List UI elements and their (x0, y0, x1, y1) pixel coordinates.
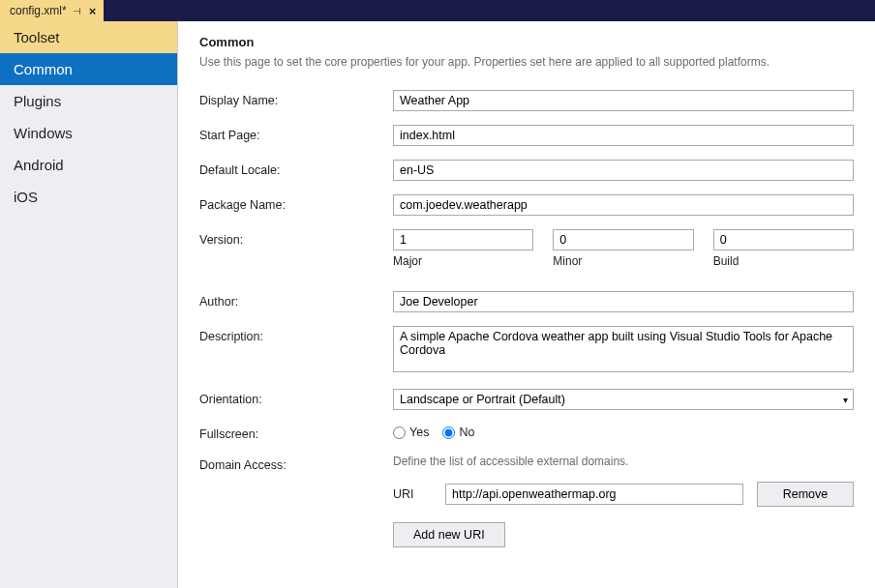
version-major-input[interactable] (393, 229, 533, 250)
defaultlocale-label: Default Locale: (199, 160, 393, 177)
author-label: Author: (199, 291, 393, 309)
fullscreen-label: Fullscreen: (199, 424, 393, 441)
uri-input[interactable] (445, 484, 743, 505)
version-label: Version: (199, 229, 393, 247)
startpage-label: Start Page: (199, 125, 393, 142)
description-label: Description: (199, 326, 393, 343)
version-minor-input[interactable] (553, 229, 693, 250)
fullscreen-no-radio[interactable]: No (442, 426, 474, 439)
author-input[interactable] (393, 291, 854, 312)
domain-hint: Define the list of accessible external d… (393, 455, 854, 468)
orientation-select[interactable]: Landscape or Portrait (Default) (393, 389, 854, 410)
page-description: Use this page to set the core properties… (199, 55, 854, 69)
sidebar-item-common[interactable]: Common (0, 53, 177, 85)
domainaccess-label: Domain Access: (199, 455, 393, 472)
title-bar: config.xml* ⊣ × (0, 0, 875, 21)
sidebar-item-plugins[interactable]: Plugins (0, 85, 177, 117)
defaultlocale-input[interactable] (393, 160, 854, 181)
startpage-input[interactable] (393, 125, 854, 146)
sidebar-item-toolset[interactable]: Toolset (0, 21, 177, 53)
version-major-label: Major (393, 254, 533, 268)
fullscreen-yes-radio[interactable]: Yes (393, 426, 429, 439)
pin-icon[interactable]: ⊣ (73, 6, 81, 16)
sidebar-item-ios[interactable]: iOS (0, 181, 177, 213)
uri-label: URI (393, 487, 432, 501)
document-tab[interactable]: config.xml* ⊣ × (0, 0, 104, 21)
sidebar-item-android[interactable]: Android (0, 149, 177, 181)
sidebar-item-windows[interactable]: Windows (0, 117, 177, 149)
version-build-input[interactable] (713, 229, 854, 250)
displayname-input[interactable] (393, 90, 854, 111)
close-icon[interactable]: × (87, 4, 99, 18)
description-textarea[interactable]: A simple Apache Cordova weather app buil… (393, 326, 854, 372)
packagename-label: Package Name: (199, 194, 393, 212)
page-header: Common (199, 35, 854, 49)
remove-button[interactable]: Remove (757, 482, 854, 507)
version-minor-label: Minor (553, 254, 693, 268)
content-area: Common Use this page to set the core pro… (178, 21, 875, 588)
sidebar: Toolset Common Plugins Windows Android i… (0, 21, 178, 588)
add-uri-button[interactable]: Add new URI (393, 522, 505, 547)
tab-title: config.xml* (10, 4, 67, 17)
packagename-input[interactable] (393, 194, 854, 216)
version-build-label: Build (713, 254, 854, 268)
orientation-label: Orientation: (199, 389, 393, 406)
displayname-label: Display Name: (199, 90, 393, 107)
